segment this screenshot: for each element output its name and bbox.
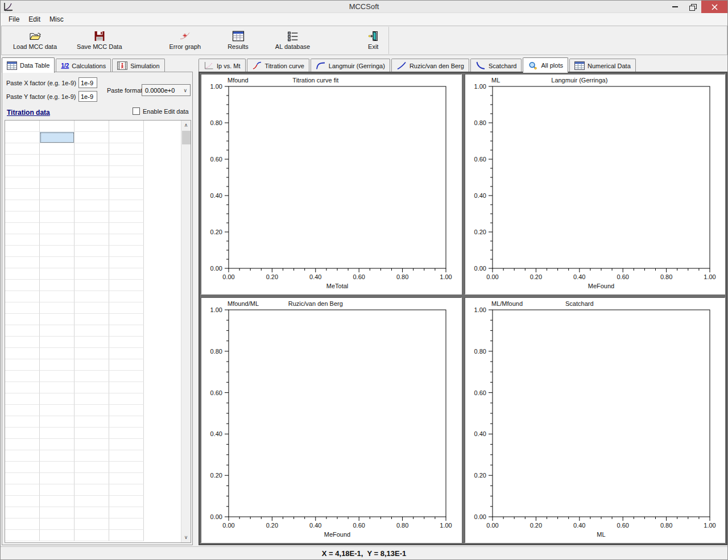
- grid-cell[interactable]: [109, 507, 144, 518]
- grid-cell[interactable]: [40, 462, 75, 473]
- paste-y-factor-input[interactable]: [78, 91, 97, 102]
- grid-cell[interactable]: [75, 234, 109, 246]
- grid-cell[interactable]: [75, 325, 109, 337]
- menu-edit[interactable]: Edit: [24, 14, 45, 25]
- grid-cell[interactable]: [5, 132, 40, 143]
- tab-data-table[interactable]: Data Table: [2, 57, 55, 73]
- tab-titration-curve[interactable]: Titration curve: [247, 59, 309, 72]
- grid-cell[interactable]: [5, 393, 40, 405]
- grid-cell[interactable]: [109, 314, 144, 325]
- grid-cell[interactable]: [5, 246, 40, 257]
- grid-cell[interactable]: [40, 189, 75, 200]
- grid-cell[interactable]: [109, 280, 144, 291]
- grid-cell[interactable]: [75, 132, 109, 143]
- minimize-button[interactable]: [666, 1, 684, 13]
- grid-cell[interactable]: [109, 496, 144, 507]
- grid-cell[interactable]: [40, 325, 75, 337]
- grid-cell[interactable]: [109, 371, 144, 382]
- grid-cell[interactable]: [75, 393, 109, 405]
- grid-cell[interactable]: [75, 405, 109, 416]
- grid-cell[interactable]: [40, 405, 75, 416]
- grid-cell[interactable]: [75, 416, 109, 428]
- tab-numerical-data[interactable]: Numerical Data: [569, 59, 636, 72]
- grid-cell[interactable]: [109, 189, 144, 200]
- enable-edit-checkbox[interactable]: [133, 107, 140, 115]
- grid-cell[interactable]: [40, 155, 75, 166]
- grid-cell[interactable]: [5, 189, 40, 200]
- grid-cell[interactable]: [109, 155, 144, 166]
- grid-cell[interactable]: [5, 211, 40, 223]
- restore-button[interactable]: [684, 1, 701, 13]
- grid-cell[interactable]: [40, 280, 75, 291]
- grid-cell[interactable]: [109, 348, 144, 359]
- toolbar-load-mcc-data-button[interactable]: Load MCC data: [10, 27, 60, 54]
- grid-cell[interactable]: [109, 337, 144, 348]
- grid-cell[interactable]: [40, 530, 75, 541]
- grid-cell[interactable]: [75, 530, 109, 541]
- grid-cell[interactable]: [109, 393, 144, 405]
- grid-cell[interactable]: [75, 439, 109, 450]
- grid-cell[interactable]: [109, 257, 144, 268]
- grid-cell[interactable]: [5, 177, 40, 189]
- grid-cell[interactable]: [5, 428, 40, 439]
- grid-cell[interactable]: [109, 428, 144, 439]
- grid-cell[interactable]: [5, 121, 40, 132]
- plot-panel-ruzic-van-den-berg[interactable]: 0.000.000.200.200.400.400.600.600.800.80…: [201, 297, 462, 543]
- grid-cell[interactable]: [40, 496, 75, 507]
- grid-cell[interactable]: [109, 416, 144, 428]
- grid-cell[interactable]: [5, 325, 40, 337]
- grid-cell[interactable]: [75, 359, 109, 371]
- toolbar-al-database-button[interactable]: AL database: [272, 27, 313, 54]
- scroll-thumb[interactable]: [182, 131, 191, 144]
- scroll-down-icon[interactable]: ∨: [181, 533, 191, 542]
- grid-cell[interactable]: [75, 473, 109, 484]
- grid-cell[interactable]: [5, 314, 40, 325]
- grid-cell[interactable]: [5, 223, 40, 234]
- grid-cell[interactable]: [75, 291, 109, 302]
- grid-cell[interactable]: [75, 189, 109, 200]
- grid-cell[interactable]: [40, 348, 75, 359]
- close-button[interactable]: [701, 1, 727, 13]
- menu-misc[interactable]: Misc: [45, 14, 68, 25]
- grid-cell[interactable]: [109, 530, 144, 541]
- grid-cell[interactable]: [109, 291, 144, 302]
- grid-cell[interactable]: [40, 200, 75, 211]
- grid-cell[interactable]: [5, 405, 40, 416]
- enable-edit-data-control[interactable]: Enable Edit data: [133, 107, 189, 115]
- grid-cell[interactable]: [40, 393, 75, 405]
- grid-cell[interactable]: [75, 337, 109, 348]
- grid-cell[interactable]: [75, 484, 109, 496]
- grid-cell[interactable]: [40, 223, 75, 234]
- grid-cell[interactable]: [40, 268, 75, 280]
- grid-cell[interactable]: [5, 530, 40, 541]
- grid-cell[interactable]: [109, 382, 144, 393]
- grid-cell[interactable]: [109, 143, 144, 155]
- grid-cell[interactable]: [40, 166, 75, 177]
- grid-cell[interactable]: [75, 223, 109, 234]
- grid-cell[interactable]: [109, 518, 144, 530]
- grid-cell[interactable]: [109, 405, 144, 416]
- grid-cell[interactable]: [40, 257, 75, 268]
- grid-cell[interactable]: [75, 428, 109, 439]
- grid-cell[interactable]: [109, 200, 144, 211]
- grid-cell[interactable]: [75, 177, 109, 189]
- grid-cell[interactable]: [5, 496, 40, 507]
- grid-cell[interactable]: [75, 121, 109, 132]
- grid-cell[interactable]: [109, 177, 144, 189]
- grid-cell[interactable]: [75, 211, 109, 223]
- grid-cell[interactable]: [40, 484, 75, 496]
- menu-file[interactable]: File: [4, 14, 24, 25]
- grid-cell[interactable]: [5, 484, 40, 496]
- grid-cell[interactable]: [5, 416, 40, 428]
- grid-cell[interactable]: [5, 382, 40, 393]
- grid-cell[interactable]: [40, 291, 75, 302]
- grid-cell[interactable]: [5, 359, 40, 371]
- grid-cell[interactable]: [5, 291, 40, 302]
- grid-cell[interactable]: [5, 507, 40, 518]
- grid-cell[interactable]: [5, 280, 40, 291]
- grid-cell[interactable]: [109, 484, 144, 496]
- grid-cell[interactable]: [75, 382, 109, 393]
- grid-cell[interactable]: [75, 302, 109, 314]
- grid-cell[interactable]: [109, 211, 144, 223]
- grid-cell[interactable]: [40, 234, 75, 246]
